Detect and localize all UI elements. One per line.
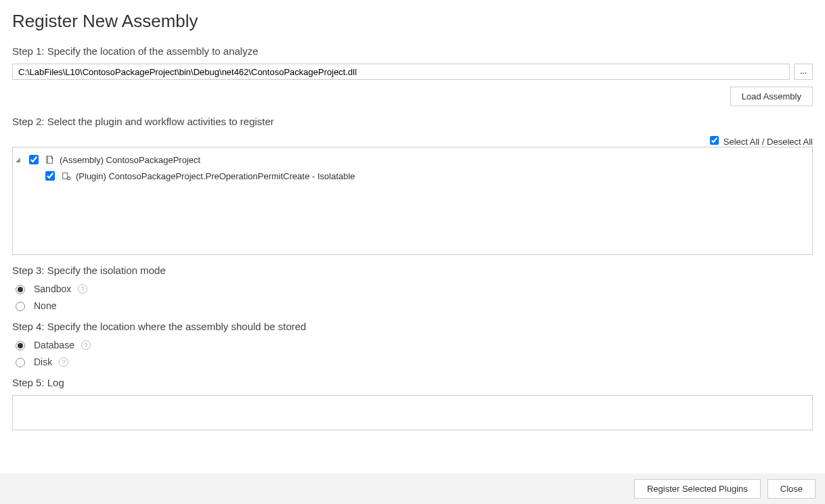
assembly-icon	[45, 154, 55, 165]
sandbox-label: Sandbox	[34, 283, 71, 294]
select-all-label: Select All / Deselect All	[723, 137, 813, 147]
step5-label: Step 5: Log	[12, 377, 813, 388]
step3-label: Step 3: Specify the isolation mode	[12, 265, 813, 276]
none-radio[interactable]	[16, 302, 25, 311]
tree-assembly-row[interactable]: ◢ (Assembly) ContosoPackageProject	[16, 152, 809, 168]
svg-rect-0	[63, 173, 68, 179]
load-assembly-button[interactable]: Load Assembly	[730, 87, 813, 106]
step2-label: Step 2: Select the plugin and workflow a…	[12, 116, 813, 127]
assembly-path-input[interactable]	[12, 64, 790, 80]
isolation-radio-group: Sandbox ? None	[12, 283, 813, 311]
log-output	[12, 395, 813, 430]
register-selected-plugins-button[interactable]: Register Selected Plugins	[634, 479, 761, 499]
assembly-checkbox[interactable]	[29, 155, 39, 164]
database-radio[interactable]	[16, 341, 25, 350]
assembly-label: (Assembly) ContosoPackageProject	[60, 155, 200, 165]
location-radio-group: Database ? Disk ?	[12, 339, 813, 367]
step1-label: Step 1: Specify the location of the asse…	[12, 45, 813, 57]
plugin-icon	[61, 170, 72, 181]
disk-label: Disk	[34, 357, 52, 367]
plugin-label: (Plugin) ContosoPackageProject.PreOperat…	[76, 171, 355, 181]
tree-plugin-row[interactable]: (Plugin) ContosoPackageProject.PreOperat…	[16, 168, 809, 184]
page-title: Register New Assembly	[12, 11, 813, 32]
tree-expander-icon[interactable]: ◢	[16, 156, 22, 163]
help-icon[interactable]: ?	[78, 284, 87, 294]
step4-label: Step 4: Specify the location where the a…	[12, 321, 813, 332]
help-icon[interactable]: ?	[81, 340, 91, 350]
database-label: Database	[34, 340, 74, 350]
none-label: None	[34, 300, 56, 311]
select-all-label-wrapper[interactable]: Select All / Deselect All	[707, 137, 813, 147]
help-icon[interactable]: ?	[59, 357, 68, 367]
select-all-checkbox[interactable]	[710, 136, 719, 145]
dialog-footer: Register Selected Plugins Close	[0, 474, 825, 504]
browse-button[interactable]: ...	[794, 64, 813, 80]
sandbox-radio[interactable]	[16, 285, 25, 294]
plugin-checkbox[interactable]	[45, 171, 55, 181]
plugin-tree: ◢ (Assembly) ContosoPackageProject (Plug…	[12, 147, 813, 255]
close-button[interactable]: Close	[767, 479, 816, 499]
disk-radio[interactable]	[16, 358, 25, 367]
